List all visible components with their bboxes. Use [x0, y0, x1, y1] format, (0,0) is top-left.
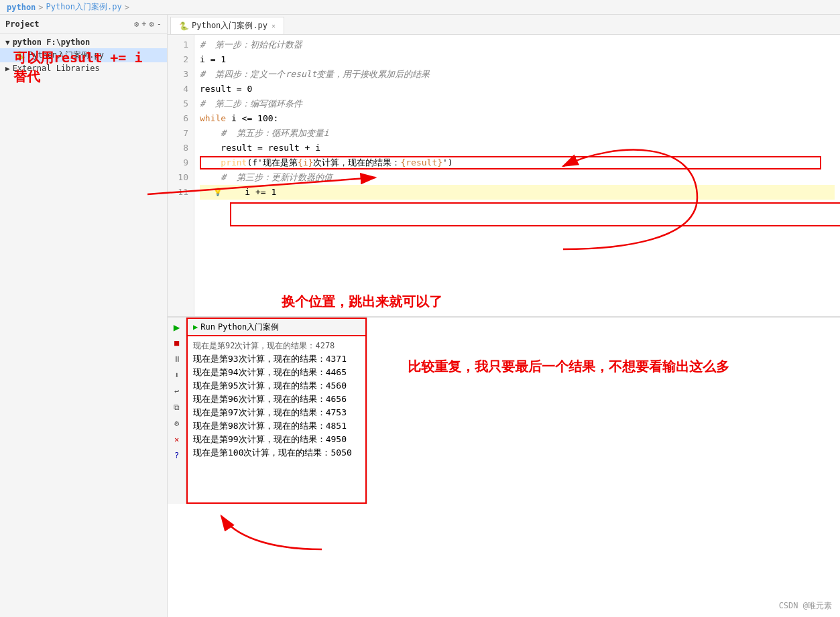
code-line-10: # 第三步：更新计数器的值 — [200, 170, 835, 185]
sidebar-item-python-label: python F:\python — [13, 38, 91, 47]
code-line-1: # 第一步：初始化计数器 — [200, 38, 835, 52]
code-6b: i <= 100: — [226, 111, 278, 126]
run-panel-content: 现在是第92次计算，现在的结果：4278 现在是第93次计算，现在的结果：437… — [186, 336, 367, 504]
breadcrumb-python[interactable]: python — [7, 3, 36, 12]
code-9e: {result} — [400, 155, 442, 170]
tab-file-icon: 🐍 — [179, 21, 189, 31]
output-line-93: 现在是第93次计算，现在的结果：4371 — [193, 352, 360, 366]
annotation-bottom-text1: 换个位置，跳出来就可以了 — [282, 293, 442, 311]
code-2: i = 1 — [200, 52, 226, 67]
run-help-button[interactable]: ? — [170, 449, 184, 462]
code-line-11: 💡 i += 1 — [200, 185, 835, 200]
code-editor: 1 2 3 4 5 6 7 8 9 10 11 # 第一步：初始化计数器 — [168, 35, 840, 316]
code-line-3: # 第四步：定义一个result变量，用于接收累加后的结果 — [200, 67, 835, 82]
bottom-right-annotation: 比较重复，我只要最后一个结果，不想要看输出这么多 — [408, 358, 729, 376]
breadcrumb-sep1: > — [38, 3, 43, 12]
code-line-8: result = result + i — [200, 141, 835, 155]
line-numbers: 1 2 3 4 5 6 7 8 9 10 11 — [168, 35, 194, 316]
output-line-98: 现在是第98次计算，现在的结果：4851 — [193, 419, 360, 433]
code-line-2: i = 1 — [200, 52, 835, 67]
code-9c: {i} — [298, 155, 313, 170]
code-9f: ') — [442, 155, 453, 170]
code-4: result = 0 — [200, 82, 252, 96]
func-print: print — [221, 155, 247, 170]
tab-bar: 🐍 Python入门案例.py ✕ — [168, 15, 840, 35]
warning-icon: 💡 — [213, 185, 223, 200]
breadcrumb-sep2: > — [125, 3, 129, 12]
comment-10: # 第三步：更新计数器的值 — [221, 170, 332, 185]
run-play-button[interactable]: ▶ — [170, 320, 184, 334]
tab-label: Python入门案例.py — [192, 20, 267, 31]
indent-10 — [200, 170, 221, 185]
code-line-6: while i <= 100: — [200, 111, 835, 126]
run-toolbar: ▶ ■ ⏸ ⬇ ↩ ⧉ ⚙ ✕ ? — [168, 318, 186, 504]
csdn-watermark: CSDN @唯元素 — [779, 600, 832, 612]
sidebar-icon-minus[interactable]: - — [157, 19, 162, 29]
sidebar-icon-plus[interactable]: + — [141, 19, 146, 29]
editor-area: 🐍 Python入门案例.py ✕ 1 2 3 4 5 6 7 8 9 1 — [168, 15, 840, 617]
comment-7: # 第五步：循环累加变量i — [221, 126, 328, 141]
sidebar-content: ▼ python F:\python 🐍 Python入门案例.py ▶ Ext… — [0, 33, 167, 617]
run-icon: ▶ — [193, 322, 198, 332]
code-line-7: # 第五步：循环累加变量i — [200, 126, 835, 141]
empty-red-box — [230, 202, 840, 226]
code-8: result = result + i — [200, 141, 320, 155]
run-label: Run — [200, 322, 215, 332]
code-line-9: print (f'现在是第 {i} 次计算，现在的结果： {result} ') — [200, 155, 835, 170]
comment-5: # 第二步：编写循环条件 — [200, 96, 302, 111]
output-line-97: 现在是第97次计算，现在的结果：4753 — [193, 406, 360, 419]
run-settings-button[interactable]: ⚙ — [170, 417, 184, 430]
indent-7 — [200, 126, 221, 141]
sidebar: Project ⚙ + ⚙ - ▼ python F:\python 🐍 Pyt… — [0, 15, 168, 617]
run-copy-button[interactable]: ⧉ — [170, 401, 184, 414]
kw-while: while — [200, 111, 226, 126]
editor-tab[interactable]: 🐍 Python入门案例.py ✕ — [170, 17, 284, 34]
output-line-95: 现在是第95次计算，现在的结果：4560 — [193, 379, 360, 393]
code-9 — [200, 155, 221, 170]
run-delete-button[interactable]: ✕ — [170, 433, 184, 446]
run-panel-header: ▶ Run Python入门案例 — [186, 318, 367, 336]
breadcrumb-file[interactable]: Python入门案例.py — [46, 1, 122, 13]
run-restart-button[interactable]: ↩ — [170, 385, 184, 398]
run-filename: Python入门案例 — [218, 322, 279, 333]
code-line-5: # 第二步：编写循环条件 — [200, 96, 835, 111]
output-line-94: 现在是第94次计算，现在的结果：4465 — [193, 366, 360, 379]
comment-3: # 第四步：定义一个result变量，用于接收累加后的结果 — [200, 67, 430, 82]
sidebar-item-python[interactable]: ▼ python F:\python — [0, 36, 167, 48]
output-line-99: 现在是第99次计算，现在的结果：4950 — [193, 433, 360, 446]
output-line-96: 现在是第96次计算，现在的结果：4656 — [193, 393, 360, 406]
sidebar-icons: ⚙ + ⚙ - — [134, 19, 162, 29]
sidebar-toolbar: Project ⚙ + ⚙ - — [0, 15, 167, 33]
code-line-4: result = 0 — [200, 82, 835, 96]
output-partial: 现在是第92次计算，现在的结果：4278 — [193, 339, 360, 352]
sidebar-title: Project — [5, 19, 40, 29]
code-9d: 次计算，现在的结果： — [313, 155, 400, 170]
code-11: i += 1 — [224, 185, 276, 200]
code-9b: (f'现在是第 — [247, 155, 297, 170]
left-annotation: 可以用result += i 替代 — [13, 48, 142, 86]
tab-close-button[interactable]: ✕ — [272, 22, 276, 29]
folder-icon: ▼ — [5, 38, 10, 47]
annotation-line1: 可以用result += i — [13, 48, 142, 67]
run-stop-button[interactable]: ■ — [170, 336, 184, 350]
bottom-panel: ▶ ■ ⏸ ⬇ ↩ ⧉ ⚙ ✕ ? ▶ Run Python入门案例 — [168, 316, 840, 504]
run-pause-button[interactable]: ⏸ — [170, 352, 184, 366]
bottom-right-area: 比较重复，我只要最后一个结果，不想要看输出这么多 — [367, 318, 840, 504]
annotation-line2: 替代 — [13, 67, 142, 86]
breadcrumb-bar: python > Python入门案例.py > — [0, 0, 840, 15]
run-panel: ▶ Run Python入门案例 现在是第92次计算，现在的结果：4278 现在… — [186, 318, 367, 504]
run-step-button[interactable]: ⬇ — [170, 368, 184, 382]
output-line-100: 现在是第100次计算，现在的结果：5050 — [193, 446, 360, 460]
sidebar-icon-gear2[interactable]: ⚙ — [149, 19, 154, 29]
comment-1: # 第一步：初始化计数器 — [200, 38, 302, 52]
library-icon: ▶ — [5, 64, 10, 73]
sidebar-icon-settings[interactable]: ⚙ — [134, 19, 139, 29]
code-content[interactable]: # 第一步：初始化计数器 i = 1 # 第四步：定义一个result变量，用于… — [194, 35, 840, 316]
